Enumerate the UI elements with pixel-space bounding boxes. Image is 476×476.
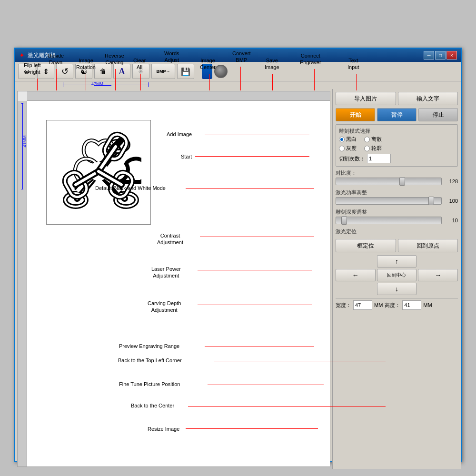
right-panel: 导入图片 输入文字 开始 暂停 停止 雕刻模式选择 黑白: [332, 89, 461, 469]
mode-gray-label: 灰度: [346, 145, 357, 152]
window-title: 激光雕刻机: [28, 51, 424, 60]
height-unit: MM: [423, 302, 432, 308]
flip-lr-button[interactable]: ⇔: [18, 64, 35, 79]
words-adjust-button[interactable]: A: [113, 64, 130, 79]
carving-depth-slider-row: 10: [336, 217, 458, 224]
mode-bw-option[interactable]: 黑白: [339, 136, 357, 143]
height-input[interactable]: [402, 300, 421, 310]
maximize-button[interactable]: □: [435, 51, 446, 60]
laser-power-slider-row: 100: [336, 197, 458, 205]
mode-discrete-label: 离散: [371, 136, 382, 143]
mode-row-1: 黑白 离散: [339, 136, 455, 143]
carving-depth-slider-track[interactable]: [336, 217, 442, 224]
connect-engraver-button[interactable]: [202, 64, 212, 79]
titlebar-controls: ─ □ ×: [424, 51, 457, 60]
mode-row-2: 灰度 轮廓: [339, 145, 455, 152]
canvas-area[interactable]: // will be drawn by JS below 41MM: [17, 91, 330, 467]
window-icon: ✦: [19, 51, 25, 59]
carving-depth-section: 雕刻深度调整 10: [336, 208, 458, 224]
mode-discrete-radio[interactable]: [364, 137, 370, 142]
dimension-label: 47MM: [91, 81, 103, 86]
width-input[interactable]: [353, 300, 372, 310]
laser-power-slider-thumb[interactable]: [428, 197, 434, 205]
contrast-slider-thumb[interactable]: [399, 177, 405, 186]
mode-section-label: 雕刻模式选择: [339, 128, 455, 135]
rotation-icon: ↺: [61, 66, 69, 77]
contrast-slider-row: 128: [336, 178, 458, 185]
connection-led: [214, 65, 228, 78]
add-image-button[interactable]: 导入图片: [336, 92, 396, 105]
width-unit: MM: [374, 302, 383, 308]
return-center-button[interactable]: 回到中心: [377, 269, 417, 281]
contrast-slider-track[interactable]: [336, 178, 442, 185]
pause-button[interactable]: 暂停: [377, 108, 416, 121]
main-content: // will be drawn by JS below 41MM: [15, 89, 461, 469]
cut-times-row: 切割次数：: [339, 154, 455, 163]
toolbar: ⇔ ⇕ ↺ ☯ 🗑 A ✳ BMP→ 💾: [15, 62, 461, 81]
ruler-horizontal: // will be drawn by JS below: [27, 91, 330, 101]
contrast-label: 对比度：: [336, 169, 458, 177]
laser-power-slider-track[interactable]: [336, 197, 442, 205]
main-window: ✦ 激光雕刻机 ─ □ × ⇔ ⇕ ↺ ☯ 🗑 A ✳: [14, 48, 462, 462]
move-down-button[interactable]: ↓: [377, 283, 417, 295]
mode-gray-radio[interactable]: [339, 146, 345, 151]
laser-power-label: 激光功率调整: [336, 189, 458, 196]
reverse-carving-button[interactable]: ☯: [75, 64, 92, 79]
canvas-drawing-area[interactable]: [27, 101, 330, 466]
convert-bmp-button[interactable]: BMP→: [151, 64, 175, 79]
reverse-carving-icon: ☯: [80, 67, 87, 76]
stop-button[interactable]: 停止: [418, 108, 458, 121]
return-origin-button[interactable]: 回到原点: [398, 239, 458, 252]
convert-bmp-icon: BMP→: [157, 69, 170, 74]
carving-depth-label: 雕刻深度调整: [336, 208, 458, 216]
upside-down-button[interactable]: ⇕: [37, 64, 54, 79]
move-right-button[interactable]: →: [418, 269, 458, 281]
mode-contour-option[interactable]: 轮廓: [364, 145, 382, 152]
mode-gray-option[interactable]: 灰度: [339, 145, 357, 152]
laser-pos-label: 激光定位: [336, 228, 458, 235]
save-image-button[interactable]: 💾: [177, 64, 194, 79]
control-row: 开始 暂停 停止: [336, 108, 458, 121]
image-center-icon: ✳: [138, 68, 144, 75]
mode-bw-radio[interactable]: [339, 137, 345, 142]
engraving-preview: [56, 129, 141, 215]
save-icon: 💾: [181, 67, 190, 76]
dimension-indicator: 47MM: [63, 81, 158, 89]
start-button[interactable]: 开始: [336, 108, 375, 121]
v-dim-end: [21, 189, 23, 189]
image-display-area: [46, 120, 151, 225]
ruler-h-svg: // will be drawn by JS below: [27, 91, 330, 101]
v-dim-label: 41MM: [22, 135, 27, 147]
titlebar: ✦ 激光雕刻机 ─ □ ×: [15, 49, 461, 62]
upside-down-icon: ⇕: [43, 67, 49, 76]
v-dim-start: [21, 103, 23, 104]
dimension-row: 宽度： MM 高度： MM: [336, 298, 458, 310]
preview-range-button[interactable]: 框定位: [336, 239, 396, 252]
mode-selection-group: 雕刻模式选择 黑白 离散 灰度: [336, 124, 458, 167]
laser-pos-row: 框定位 回到原点: [336, 239, 458, 252]
image-rotation-button[interactable]: ↺: [56, 64, 73, 79]
minimize-button[interactable]: ─: [424, 51, 434, 60]
move-up-button[interactable]: ↑: [377, 255, 417, 268]
cut-times-input[interactable]: [367, 154, 391, 163]
image-center-button[interactable]: ✳: [132, 64, 149, 79]
width-label: 宽度：: [336, 302, 351, 309]
mode-contour-label: 轮廓: [371, 145, 382, 152]
direction-grid: ↑ ← 回到中心 → ↓: [336, 255, 458, 295]
laser-power-value: 100: [444, 198, 458, 204]
clear-all-button[interactable]: 🗑: [94, 64, 111, 79]
mode-discrete-option[interactable]: 离散: [364, 136, 382, 143]
contrast-value: 128: [444, 178, 458, 184]
text-input-button[interactable]: 输入文字: [398, 92, 458, 105]
close-button[interactable]: ×: [446, 51, 457, 60]
mode-contour-radio[interactable]: [364, 146, 370, 151]
laser-power-section: 激光功率调整 100: [336, 189, 458, 205]
import-row: 导入图片 输入文字: [336, 92, 458, 105]
carving-depth-slider-thumb[interactable]: [341, 216, 347, 225]
move-left-button[interactable]: ←: [336, 269, 376, 281]
mode-bw-label: 黑白: [346, 136, 357, 143]
flip-lr-icon: ⇔: [24, 67, 30, 76]
carving-depth-value: 10: [444, 218, 458, 223]
words-adjust-icon: A: [119, 67, 125, 77]
cut-times-label: 切割次数：: [339, 155, 365, 162]
